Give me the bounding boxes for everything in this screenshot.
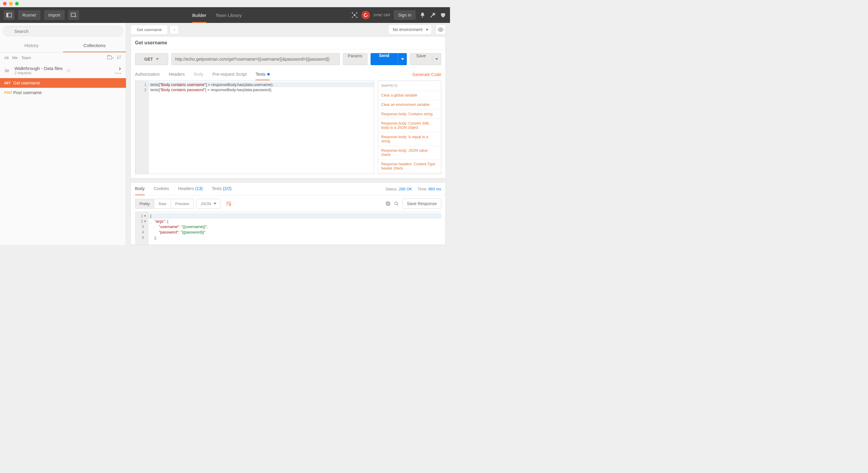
maximize-window-icon[interactable] — [15, 2, 19, 5]
request-title: Get username — [131, 36, 445, 49]
prerequest-tab[interactable]: Pre-request Script — [213, 69, 247, 80]
svg-point-11 — [440, 29, 441, 31]
snippet-item[interactable]: Response body: JSON value check — [378, 146, 441, 160]
format-select[interactable]: JSON — [196, 199, 220, 209]
preview-view-button[interactable]: Preview — [170, 199, 193, 208]
response-body-editor[interactable]: 1 ▾2 ▾3 4 5 { "args": { "username": "{{u… — [135, 212, 441, 245]
add-tab-button[interactable]: + — [170, 25, 179, 34]
view-mode-group: Pretty Raw Preview — [135, 199, 194, 209]
headers-tab[interactable]: Headers — [169, 69, 185, 80]
wrap-lines-button[interactable] — [223, 199, 234, 209]
send-dropdown[interactable] — [398, 53, 407, 65]
heart-icon[interactable] — [440, 12, 446, 19]
save-dropdown[interactable] — [432, 53, 441, 65]
svg-rect-13 — [386, 202, 389, 205]
collections-tab[interactable]: Collections — [63, 39, 126, 52]
method-badge: POST — [4, 91, 13, 94]
response-headers-tab[interactable]: Headers (13) — [178, 182, 203, 195]
method-select[interactable]: GET — [135, 53, 168, 65]
tests-modified-indicator — [267, 73, 270, 75]
save-response-button[interactable]: Save Response — [402, 199, 441, 209]
collection-header[interactable]: Walkthrough - Data files 2 requests ••• — [0, 63, 126, 78]
close-window-icon[interactable] — [3, 2, 7, 5]
collection-meta: 2 requests — [14, 71, 63, 75]
more-icon[interactable]: ••• — [115, 71, 122, 76]
snippet-item[interactable]: Response body: Contains string — [378, 109, 441, 119]
sidebar: History Collections All Me Team Walkthro… — [0, 23, 126, 245]
snippet-item[interactable]: Response body: Convert XML body to a JSO… — [378, 119, 441, 132]
wrench-icon[interactable] — [430, 12, 436, 19]
bell-icon[interactable] — [419, 12, 426, 19]
raw-view-button[interactable]: Raw — [154, 199, 170, 208]
response-cookies-tab[interactable]: Cookies — [154, 182, 169, 195]
url-input[interactable] — [171, 53, 340, 65]
auth-tab[interactable]: Authorization — [135, 69, 160, 80]
snippet-item[interactable]: Clear an environment variable — [378, 100, 441, 109]
folder-icon — [4, 68, 10, 73]
line-gutter: 1 ▾2 ▾3 4 5 — [135, 212, 148, 245]
collection-name: Walkthrough - Data files — [14, 66, 63, 71]
request-name: Post username — [13, 90, 42, 95]
search-response-icon[interactable] — [394, 201, 399, 206]
response-tests-tab[interactable]: Tests (2/2) — [212, 182, 231, 195]
response-body-tab[interactable]: Body — [135, 182, 145, 195]
filter-me[interactable]: Me — [12, 56, 18, 60]
filter-team[interactable]: Team — [22, 56, 31, 60]
add-collection-icon[interactable] — [107, 55, 114, 60]
svg-rect-1 — [7, 13, 8, 17]
toggle-sidebar-button[interactable] — [4, 10, 14, 20]
runner-button[interactable]: Runner — [18, 10, 40, 20]
svg-point-14 — [395, 202, 398, 205]
snippet-item[interactable]: Clear a global variable — [378, 91, 441, 100]
save-button[interactable]: Save — [410, 53, 432, 65]
request-item-get-username[interactable]: GET Get username — [0, 78, 126, 88]
sort-icon[interactable] — [117, 55, 122, 60]
team-library-tab[interactable]: Team Library — [215, 7, 242, 23]
method-badge: GET — [4, 81, 13, 85]
params-button[interactable]: Params — [343, 53, 368, 65]
chevron-down-icon — [426, 28, 429, 31]
snippet-item[interactable]: Response body: Is equal to a string — [378, 132, 441, 146]
generate-code-link[interactable]: Generate Code — [412, 72, 441, 77]
line-gutter: 12 — [135, 81, 149, 174]
window-titlebar — [0, 0, 450, 7]
request-tab[interactable]: Get username — [130, 25, 168, 35]
send-button[interactable]: Send — [371, 53, 398, 65]
svg-point-8 — [422, 16, 423, 18]
star-icon[interactable] — [66, 68, 71, 73]
chevron-down-icon — [214, 202, 217, 205]
snippets-panel: SNIPPETS Clear a global variable Clear a… — [378, 80, 441, 174]
response-panel: Body Cookies Headers (13) Tests (2/2) St… — [130, 182, 446, 245]
environment-select[interactable]: No environment — [388, 25, 432, 35]
copy-icon[interactable] — [385, 201, 391, 206]
snippet-item[interactable]: Response headers: Content-Type header ch… — [378, 160, 441, 173]
proxy-icon[interactable] — [351, 12, 358, 19]
tests-editor[interactable]: 12 tests["Body contains username"] = res… — [135, 80, 374, 174]
sync-status-label: SYNC OFF — [374, 13, 391, 17]
minimize-window-icon[interactable] — [9, 2, 13, 5]
body-tab[interactable]: Body — [194, 69, 204, 80]
request-item-post-username[interactable]: POST Post username — [0, 88, 126, 97]
status-value: 200 OK — [399, 187, 412, 191]
svg-rect-12 — [387, 203, 390, 205]
view-env-button[interactable] — [435, 25, 446, 35]
svg-rect-10 — [107, 56, 112, 59]
snippet-item[interactable]: Response time is less than 200ms — [378, 173, 441, 174]
builder-tab[interactable]: Builder — [192, 7, 206, 23]
time-label: Time: — [418, 187, 427, 191]
content-area: Get username + No environment Get userna… — [126, 23, 450, 245]
import-button[interactable]: Import — [44, 10, 65, 20]
filter-all[interactable]: All — [4, 56, 8, 60]
status-label: Status: — [386, 187, 398, 191]
history-tab[interactable]: History — [0, 39, 63, 52]
tests-tab[interactable]: Tests — [255, 69, 270, 80]
new-window-button[interactable] — [68, 10, 79, 20]
sync-icon[interactable] — [362, 11, 370, 19]
search-input[interactable] — [3, 26, 123, 36]
request-panel: Get username GET Params Send Save Au — [130, 36, 446, 178]
snippets-header: SNIPPETS — [378, 81, 441, 91]
pretty-view-button[interactable]: Pretty — [135, 199, 154, 208]
sign-in-button[interactable]: Sign In — [394, 10, 415, 20]
time-value: 993 ms — [428, 187, 441, 191]
chevron-down-icon — [156, 58, 159, 61]
